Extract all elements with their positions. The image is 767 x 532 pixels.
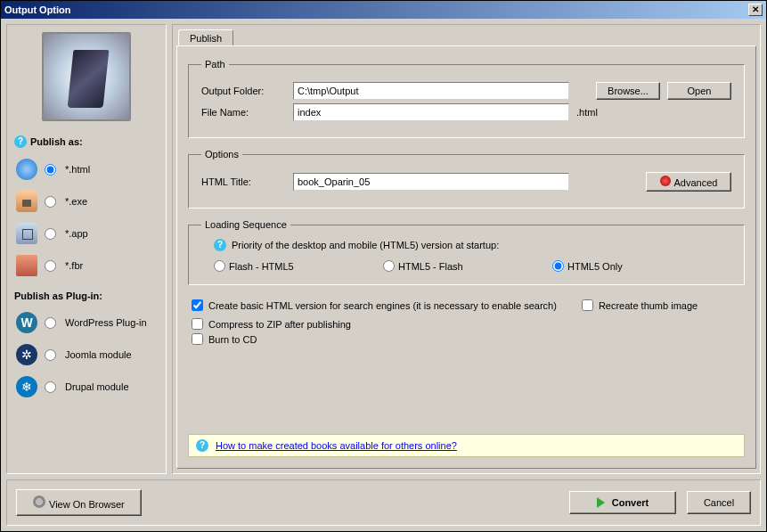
titlebar: Output Option ✕ xyxy=(1,1,766,19)
format-html-row[interactable]: *.html xyxy=(11,153,162,185)
format-html-label: *.html xyxy=(65,164,90,175)
format-exe-label: *.exe xyxy=(65,196,87,207)
plugin-drupal-label: Drupal module xyxy=(65,381,129,392)
file-ext-label: .html xyxy=(576,107,598,118)
window-title: Output Option xyxy=(4,4,71,15)
main-panel: Publish Path Output Folder: Browse... Op… xyxy=(172,24,761,474)
joomla-icon: ✲ xyxy=(14,342,39,367)
path-group: Path Output Folder: Browse... Open File … xyxy=(188,59,745,138)
plugin-joomla-label: Joomla module xyxy=(65,349,132,360)
format-app-row[interactable]: *.app xyxy=(11,217,162,250)
plugin-drupal-radio[interactable] xyxy=(45,381,56,393)
globe-icon xyxy=(14,157,39,182)
options-legend: Options xyxy=(201,149,242,160)
compress-zip-checkbox[interactable] xyxy=(192,318,203,330)
seq-html5-only[interactable]: HTML5 Only xyxy=(552,260,623,272)
format-html-radio[interactable] xyxy=(45,164,56,176)
file-name-input[interactable] xyxy=(293,103,569,121)
html-title-input[interactable] xyxy=(293,173,569,191)
advanced-button[interactable]: Advanced xyxy=(646,172,731,192)
format-app-label: *.app xyxy=(65,228,88,239)
publish-plugin-label: Publish as Plug-in: xyxy=(14,291,162,301)
seq-opt3-radio[interactable] xyxy=(552,260,564,272)
sidebar: ? Publish as: *.html *.exe *.app xyxy=(6,24,167,474)
publish-as-label: ? Publish as: xyxy=(14,135,162,148)
cancel-button[interactable]: Cancel xyxy=(687,491,751,514)
help-link-row: ? How to make created books available fo… xyxy=(188,434,745,457)
seq-flash-html5[interactable]: Flash - HTML5 xyxy=(214,260,383,272)
plugin-wp-row[interactable]: W WordPress Plug-in xyxy=(11,307,162,339)
wordpress-icon: W xyxy=(14,310,39,335)
html-title-label: HTML Title: xyxy=(201,176,286,187)
check-burn-cd[interactable]: Burn to CD xyxy=(192,333,745,345)
tab-publish[interactable]: Publish xyxy=(178,29,233,46)
play-icon xyxy=(597,497,605,508)
view-on-browser-button[interactable]: View On Browser xyxy=(16,489,142,516)
basic-html-checkbox[interactable] xyxy=(192,299,203,311)
burn-cd-checkbox[interactable] xyxy=(192,333,203,345)
check-recreate-thumb[interactable]: Recreate thumb image xyxy=(582,299,698,311)
output-option-window: Output Option ✕ ? Publish as: *.html *.e… xyxy=(0,0,767,532)
output-folder-input[interactable] xyxy=(293,82,569,100)
priority-text: Priority of the desktop and mobile (HTML… xyxy=(232,240,499,250)
bottom-bar: View On Browser Convert Cancel xyxy=(6,479,761,526)
drupal-icon: ❄ xyxy=(14,374,39,399)
plugin-wp-radio[interactable] xyxy=(45,317,56,329)
fbr-icon xyxy=(14,253,39,278)
convert-button[interactable]: Convert xyxy=(569,491,676,514)
help-icon[interactable]: ? xyxy=(14,135,27,148)
format-exe-radio[interactable] xyxy=(45,196,56,208)
window-body: ? Publish as: *.html *.exe *.app xyxy=(1,19,766,479)
help-icon[interactable]: ? xyxy=(214,239,226,251)
format-fbr-label: *.fbr xyxy=(65,260,83,271)
format-fbr-radio[interactable] xyxy=(45,260,56,272)
plugin-drupal-row[interactable]: ❄ Drupal module xyxy=(11,371,162,403)
tab-strip: Publish xyxy=(175,27,758,45)
help-icon[interactable]: ? xyxy=(196,439,208,452)
help-link[interactable]: How to make created books available for … xyxy=(216,440,457,451)
seq-html5-flash[interactable]: HTML5 - Flash xyxy=(383,260,552,272)
loading-sequence-group: Loading Sequence ? Priority of the deskt… xyxy=(188,219,745,285)
recreate-thumb-checkbox[interactable] xyxy=(582,299,593,311)
format-exe-row[interactable]: *.exe xyxy=(11,185,162,217)
plugin-joomla-row[interactable]: ✲ Joomla module xyxy=(11,339,162,371)
file-name-label: File Name: xyxy=(201,107,286,118)
plugin-wp-label: WordPress Plug-in xyxy=(65,317,147,328)
plugin-joomla-radio[interactable] xyxy=(45,349,56,361)
publish-tabpanel: Path Output Folder: Browse... Open File … xyxy=(176,45,756,469)
loading-legend: Loading Sequence xyxy=(201,219,290,230)
advanced-icon xyxy=(660,176,671,186)
options-group: Options HTML Title: Advanced xyxy=(188,149,745,209)
output-folder-label: Output Folder: xyxy=(201,86,286,96)
open-button[interactable]: Open xyxy=(667,82,731,100)
check-basic-html[interactable]: Create basic HTML version for search eng… xyxy=(192,299,557,311)
exe-icon xyxy=(14,189,39,214)
close-button[interactable]: ✕ xyxy=(748,4,763,16)
gear-icon xyxy=(33,495,45,508)
format-app-radio[interactable] xyxy=(45,228,56,240)
browse-button[interactable]: Browse... xyxy=(596,82,660,100)
seq-opt1-radio[interactable] xyxy=(214,260,225,272)
check-compress-zip[interactable]: Compress to ZIP after publishing xyxy=(192,318,745,330)
path-legend: Path xyxy=(201,59,229,70)
app-icon xyxy=(14,221,39,246)
format-fbr-row[interactable]: *.fbr xyxy=(11,250,162,282)
book-thumbnail xyxy=(42,32,131,121)
seq-opt2-radio[interactable] xyxy=(383,260,395,272)
